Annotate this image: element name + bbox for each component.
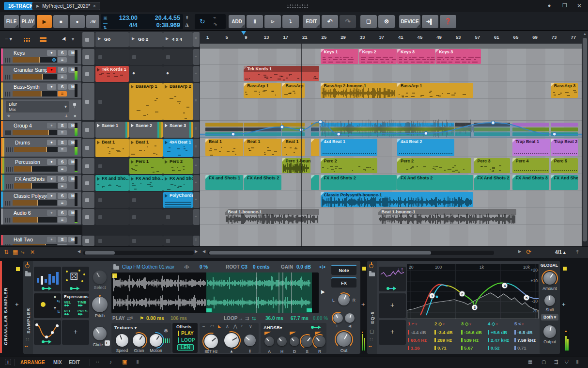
arranger-toggle-icon[interactable] — [40, 37, 46, 42]
grain-keytrack-knob[interactable] — [244, 335, 256, 346]
launcher-clip[interactable]: Perc 2 — [163, 158, 193, 174]
scene-alt-cell[interactable]: ≡ — [193, 158, 200, 174]
keytrack-icon[interactable]: ‹⫴› — [184, 264, 189, 270]
pointer-tool-dropdown-icon[interactable]: ▾ — [72, 36, 74, 42]
track-header[interactable]: Bass-Synth●SM≡ — [1, 82, 81, 99]
device-panel-toggle-icon[interactable]: ▣ — [122, 359, 127, 365]
arranger-clip[interactable]: FX And Shots 2 — [244, 175, 281, 190]
out-knob[interactable] — [337, 332, 351, 347]
add-automation-lane-icon[interactable]: + — [65, 113, 68, 119]
clip-slot-empty[interactable]: ● — [163, 66, 193, 82]
device-menu-button[interactable]: DEVICE — [399, 15, 420, 28]
loop-toggle-icon[interactable]: ↻ — [200, 17, 205, 25]
undo-button[interactable]: ↶ — [322, 15, 338, 28]
solo-button[interactable]: S — [58, 176, 67, 182]
voices-knob[interactable] — [345, 313, 355, 323]
scene-play-icon[interactable]: ▶ — [132, 36, 135, 41]
eq-band-freq[interactable]: 289 Hz — [434, 337, 452, 343]
glide-mode-badge[interactable]: L — [105, 340, 110, 346]
cue-marker-icon[interactable]: ▣ — [103, 16, 110, 20]
track-height-icon[interactable]: ⇅ — [4, 249, 9, 256]
clip-slot-empty[interactable]: ● — [129, 66, 163, 82]
automation-star-icon[interactable]: ★ — [7, 113, 11, 118]
add-modulator-tile[interactable]: + — [379, 293, 406, 318]
launcher-view-icon[interactable]: ▦ — [13, 249, 18, 256]
record-arm-button[interactable]: ● — [47, 123, 56, 128]
record-arm-button[interactable]: ● — [47, 50, 56, 56]
arranger-clip[interactable]: 4x4 Beat 2 — [397, 139, 454, 156]
device-power-icon[interactable] — [25, 264, 30, 268]
track-header[interactable]: Keys●SM≡ — [1, 48, 81, 65]
arranger-clip[interactable]: 4x4 Beat 1 — [321, 139, 378, 156]
clip-record-icon[interactable]: ● — [166, 70, 169, 76]
key-write-button[interactable]: ♪w — [86, 15, 99, 28]
grid-resolution-value[interactable]: 4/1 ▴ — [555, 250, 566, 255]
glide-knob[interactable] — [93, 327, 107, 340]
record-arm-button[interactable]: ● — [47, 67, 56, 73]
scene-alt-cell[interactable]: ≡ — [193, 83, 200, 120]
track-menu-button[interactable]: ≡ — [58, 74, 67, 80]
clip-slot-empty[interactable] — [95, 209, 129, 225]
eq-band-header[interactable]: 2 ◇ ▾ — [434, 321, 445, 326]
loop-start-handle[interactable] — [206, 308, 212, 312]
freeze-icon[interactable]: ❄ — [164, 328, 168, 334]
sampler-device-header[interactable]: SAMPLER∷•• — [23, 261, 33, 354]
device-preset-icon[interactable] — [369, 272, 375, 276]
sample-file-name[interactable]: Clap FM Gothen 01.wav — [122, 264, 174, 270]
vertical-scrollbar[interactable]: ▲ — [582, 31, 588, 246]
solo-button[interactable]: S — [58, 123, 67, 128]
vscroll-handle[interactable] — [583, 38, 587, 241]
grain-shape-option[interactable]: ⋀ — [233, 324, 237, 329]
curves-modulator-tile[interactable] — [34, 320, 61, 345]
track-header[interactable]: FX AndShots●SM≡ — [1, 175, 81, 191]
clip-slot-empty[interactable] — [95, 192, 129, 208]
clip-stop-cell[interactable] — [82, 122, 94, 138]
env-d-knob[interactable] — [290, 336, 299, 346]
eq-display[interactable]: 12345201001k10k+20+10-10-20 — [407, 264, 539, 319]
launcher-clip[interactable]: Tek Kords 1 — [95, 66, 129, 82]
grain-shape-option[interactable]: ◣ — [218, 324, 221, 329]
fill-mode-icon[interactable]: ⌁ — [213, 15, 217, 21]
arranger-scroll-left-icon[interactable]: ◀ — [202, 249, 205, 254]
arranger-clip[interactable] — [311, 175, 319, 190]
studio-io-panel-icon[interactable]: ▦ — [528, 359, 532, 365]
steps-modulator-tile[interactable] — [34, 267, 61, 291]
group-scene-clip[interactable]: Scene 1 — [95, 122, 129, 138]
arranger-clip[interactable] — [311, 139, 319, 156]
duplicate-button[interactable]: ❏ — [360, 15, 377, 28]
pan-knob[interactable] — [338, 294, 350, 305]
track-header[interactable]: Classic Polysynth●SM≡ — [1, 192, 81, 208]
envelope-follower-tile[interactable]: ⇣⇡ — [379, 267, 406, 291]
scene-alt-cell[interactable]: ≡ — [193, 66, 200, 82]
dual-display-icon[interactable]: ∷ — [96, 359, 99, 365]
edit-menu-button[interactable]: EDIT — [303, 15, 320, 28]
eq-band-q[interactable]: 0.71 — [514, 345, 526, 351]
arranger-clip[interactable]: FX And Shots 2 — [321, 175, 397, 190]
add-track-menu-button[interactable]: ADD — [229, 15, 245, 28]
eq-band-freq[interactable]: 2.47 kHz — [488, 337, 509, 343]
cue-marker[interactable] — [241, 31, 246, 37]
solo-button[interactable]: S — [58, 50, 67, 56]
play-menu-button[interactable]: PLAY — [20, 15, 35, 28]
loop-off-icon[interactable]: → — [238, 316, 243, 321]
add-device-mid-icon[interactable]: + — [361, 301, 365, 308]
clip-record-icon[interactable]: ● — [132, 70, 135, 76]
clip-stop-cell[interactable] — [82, 66, 94, 82]
grain-shape-option[interactable]: ◜ — [241, 324, 243, 329]
textures-mode-selector[interactable]: Textures ▾ — [114, 325, 137, 330]
scene-header[interactable]: ▶Go 2 — [129, 32, 163, 47]
clip-slot-empty[interactable] — [163, 236, 193, 246]
play-start-value[interactable]: 0.00 ms — [146, 316, 164, 321]
arranger-clip[interactable]: Keys 3 — [435, 49, 481, 64]
swing-icon[interactable]: ∿ — [213, 21, 217, 27]
device-grid-icon[interactable]: ∷ — [26, 336, 29, 342]
device-track-select-icon[interactable] — [16, 267, 20, 271]
eq-band-header[interactable]: 4 ◇ ▾ — [488, 321, 498, 326]
stop-all-cell[interactable] — [82, 32, 94, 47]
clip-slot-empty[interactable] — [129, 236, 163, 246]
eq-band-freq[interactable]: 539 Hz — [461, 337, 479, 343]
track-header[interactable]: Audio 6●SM≡ — [1, 208, 81, 225]
arranger-clip[interactable]: Perc 2 — [321, 158, 378, 173]
scene-play-icon[interactable]: ▶ — [166, 36, 169, 41]
arranger-clip[interactable]: FX And Shots 2 — [397, 175, 473, 190]
